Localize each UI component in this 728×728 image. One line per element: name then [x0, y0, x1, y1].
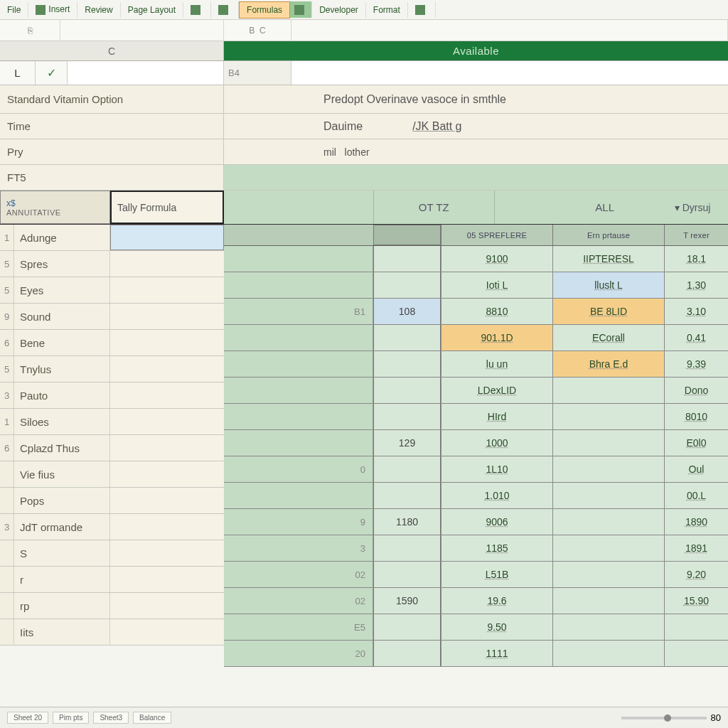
cell-c2[interactable]: lluslt L	[552, 272, 664, 298]
rch-col2[interactable]: Ern prtause	[552, 225, 664, 245]
row-value-cell[interactable]	[110, 251, 224, 277]
row-value-cell[interactable]	[110, 225, 224, 250]
cell-c2[interactable]	[552, 588, 664, 614]
cell-c1[interactable]: 1000	[441, 430, 552, 456]
cell-c2[interactable]: Bhra E.d	[552, 351, 664, 377]
left-data-row[interactable]: S	[0, 540, 224, 567]
left-data-row[interactable]: 1Siloes	[0, 409, 224, 435]
cell-c0[interactable]	[373, 246, 441, 272]
row-value-cell[interactable]	[110, 488, 224, 513]
cell-c2[interactable]	[552, 641, 664, 666]
ribbon-tab-developer[interactable]: Developer	[312, 2, 366, 18]
left-th-tally[interactable]: Tally Formula	[110, 191, 224, 224]
zoom-slider[interactable]	[621, 717, 707, 719]
cell-c0[interactable]	[373, 404, 441, 429]
right-data-row[interactable]: 311851891	[224, 535, 728, 562]
right-data-row[interactable]: HIrd8010	[224, 404, 728, 430]
right-data-row[interactable]: B11088810BE 8LID3.10	[224, 299, 728, 325]
cell-c0[interactable]	[373, 325, 441, 350]
cell-c2[interactable]: ECorall	[552, 325, 664, 350]
ribbon-tab-file[interactable]: File	[0, 2, 28, 18]
cell-c1[interactable]: lu un	[441, 351, 552, 377]
group-ottz[interactable]: OT TZ	[373, 191, 494, 224]
rch-col3[interactable]: T rexer	[664, 225, 728, 245]
group-all[interactable]: ALL	[494, 191, 658, 224]
cell-c0[interactable]	[373, 272, 441, 298]
cell-c1[interactable]: L51B	[441, 562, 552, 587]
cell-c1[interactable]: 1111	[441, 641, 552, 666]
right-data-row[interactable]: 01L10Oul	[224, 456, 728, 483]
row-value-cell[interactable]	[110, 567, 224, 592]
formula-bar-left[interactable]	[68, 61, 224, 85]
left-data-row[interactable]: rp	[0, 593, 224, 619]
ribbon-tab-insert[interactable]: Insert	[28, 1, 77, 18]
cell-c0[interactable]	[373, 562, 441, 587]
left-data-row[interactable]: r	[0, 567, 224, 593]
cell-c3[interactable]: 15.90	[664, 588, 728, 614]
cell-c3[interactable]: Dono	[664, 378, 728, 403]
left-data-row[interactable]: 1Adunge	[0, 225, 224, 251]
tool-slot-4[interactable]	[291, 20, 728, 41]
cell-c3[interactable]: 8010	[664, 404, 728, 429]
cell-c3[interactable]: 0.41	[664, 325, 728, 350]
left-data-row[interactable]: 9Sound	[0, 304, 224, 330]
cell-c2[interactable]: IIPTERESL	[552, 246, 664, 272]
left-data-row[interactable]: Iits	[0, 619, 224, 646]
cell-c3[interactable]: 18.1	[664, 246, 728, 272]
formula-bar[interactable]	[291, 61, 728, 85]
left-data-row[interactable]: Vie fius	[0, 461, 224, 488]
cell-c1[interactable]: 9.50	[441, 614, 552, 640]
cell-c0[interactable]: 1590	[373, 588, 441, 614]
left-data-row[interactable]: 3Pauto	[0, 382, 224, 409]
right-data-row[interactable]: 1291000E0l0	[224, 430, 728, 456]
right-data-row[interactable]: Ioti Llluslt L1.30	[224, 272, 728, 299]
cell-c1[interactable]: LDexLID	[441, 378, 552, 403]
cell-c1[interactable]: 8810	[441, 299, 552, 324]
cell-c0[interactable]: 1180	[373, 509, 441, 535]
cell-c2[interactable]	[552, 535, 664, 561]
cell-c1[interactable]: Ioti L	[441, 272, 552, 298]
cell-c0[interactable]	[373, 641, 441, 666]
cell-c2[interactable]	[552, 562, 664, 587]
cell-c2[interactable]	[552, 404, 664, 429]
cell-c2[interactable]	[552, 456, 664, 482]
row-value-cell[interactable]	[110, 409, 224, 434]
left-data-row[interactable]: 3JdT ormande	[0, 514, 224, 540]
row-value-cell[interactable]	[110, 514, 224, 540]
ribbon-tab-pagelayout[interactable]: Page Layout	[121, 2, 183, 18]
ribbon-tab-review[interactable]: Review	[77, 2, 120, 18]
tool-slot-2[interactable]	[60, 20, 224, 41]
row-value-cell[interactable]	[110, 461, 224, 487]
column-header-c[interactable]: C	[0, 41, 224, 60]
row-value-cell[interactable]	[110, 382, 224, 408]
row-value-cell[interactable]	[110, 304, 224, 329]
row-value-cell[interactable]	[110, 540, 224, 566]
cell-c0[interactable]	[373, 483, 441, 508]
right-data-row[interactable]: 9118090061890	[224, 509, 728, 535]
cell-c1[interactable]: 19.6	[441, 588, 552, 614]
left-data-row[interactable]: 5Eyes	[0, 277, 224, 304]
name-box[interactable]: L	[0, 61, 36, 85]
cell-c2[interactable]: BE 8LID	[552, 299, 664, 324]
left-data-row[interactable]: 5Tnylus	[0, 356, 224, 382]
cell-c0[interactable]	[373, 351, 441, 377]
cell-c0[interactable]	[373, 456, 441, 482]
cell-c2[interactable]	[552, 614, 664, 640]
row-value-cell[interactable]	[110, 356, 224, 382]
cell-c1[interactable]: 1185	[441, 535, 552, 561]
right-data-row[interactable]: 02L51B9.20	[224, 562, 728, 588]
left-data-row[interactable]: 6Cplazd Thus	[0, 435, 224, 461]
row-value-cell[interactable]	[110, 435, 224, 461]
cell-c1[interactable]: 1.010	[441, 483, 552, 508]
cell-c2[interactable]	[552, 430, 664, 456]
cell-c3[interactable]: 1.30	[664, 272, 728, 298]
row-value-cell[interactable]	[110, 619, 224, 645]
ribbon-tab-data[interactable]	[211, 1, 239, 18]
row-value-cell[interactable]	[110, 277, 224, 303]
right-data-row[interactable]: 1.01000.L	[224, 483, 728, 509]
sheet-tab-3[interactable]: Sheet3	[93, 712, 129, 724]
rch-col1[interactable]: 05 SPREFLERE	[441, 225, 552, 245]
ribbon-tab-format[interactable]: Format	[366, 2, 408, 18]
cell-c3[interactable]: Oul	[664, 456, 728, 482]
left-th-annuitative[interactable]: x$ ANNUITATIVE	[0, 191, 110, 224]
